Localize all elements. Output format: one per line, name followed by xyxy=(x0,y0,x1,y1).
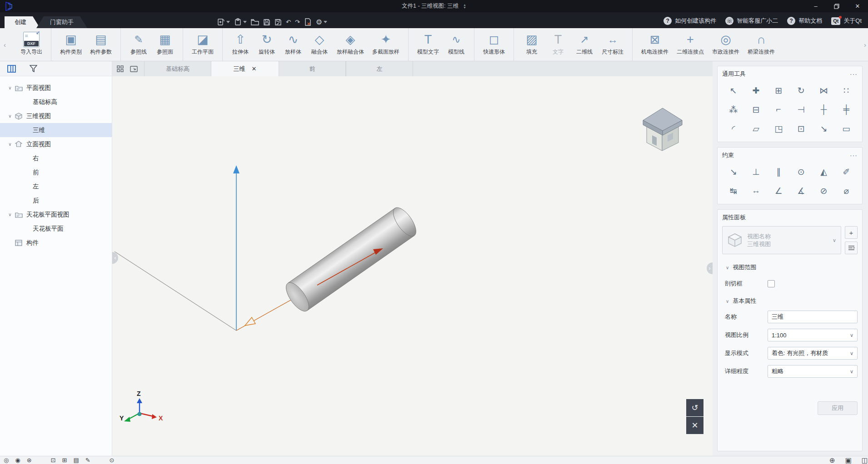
tree-item-plan-views[interactable]: ∨ 平面视图 xyxy=(0,81,112,95)
measure-tool-icon[interactable]: ▭ xyxy=(835,120,858,137)
title-spinner-icon[interactable]: ▲▼ xyxy=(463,4,466,9)
tree-item-elevation-views[interactable]: ∨ 立面视图 xyxy=(0,137,112,151)
section-box-checkbox[interactable] xyxy=(768,280,775,287)
auto-dimension-icon[interactable]: ↹ xyxy=(722,182,745,199)
tree-item-right[interactable]: 右 xyxy=(0,151,112,165)
ribbon-item-quick-shape[interactable]: ◻ 快速形体 xyxy=(479,28,509,61)
more-options-icon[interactable]: ··· xyxy=(850,70,858,78)
extend-tool-icon[interactable]: ┼ xyxy=(813,101,835,118)
tree-item-front[interactable]: 前 xyxy=(0,165,112,179)
tree-item-3d-views[interactable]: ∨ 三维视图 xyxy=(0,109,112,123)
ribbon-item-bridge-connector[interactable]: ∩ 桥梁连接件 xyxy=(743,28,779,61)
offset-copy-tool-icon[interactable]: ▱ xyxy=(745,120,768,137)
how-to-create-link[interactable]: ? 如何创建该构件 xyxy=(663,17,716,25)
aligned-dimension-icon[interactable]: ↘ xyxy=(722,163,745,180)
inset-tool-icon[interactable]: ⊡ xyxy=(790,120,813,137)
snap-icon[interactable]: ⊙ xyxy=(110,457,115,463)
tree-item-left[interactable]: 左 xyxy=(0,179,112,193)
settings-gear-button[interactable]: ⚙ xyxy=(316,19,327,26)
ribbon-scroll-left-icon[interactable]: ‹ xyxy=(4,41,6,49)
tree-item-3d[interactable]: 三维 xyxy=(0,123,112,137)
world-icon[interactable]: ⊛ xyxy=(27,457,32,463)
align-tool-icon[interactable]: ⊟ xyxy=(745,101,768,118)
chevron-down-icon[interactable]: ∨ xyxy=(6,85,14,90)
linear-dimension-icon[interactable]: ↔ xyxy=(745,182,768,199)
chevron-down-icon[interactable]: ∨ xyxy=(6,142,14,147)
reset-view-button[interactable]: ↺ xyxy=(686,399,703,416)
annotate-icon[interactable]: ✎ xyxy=(85,457,90,463)
ribbon-item-component-category[interactable]: ▣ 构件类别 xyxy=(56,28,86,61)
chevron-down-icon[interactable]: ∨ xyxy=(6,114,14,118)
ribbon-item-dimension[interactable]: ↔ 尺寸标注 xyxy=(598,28,628,61)
tab-create[interactable]: 创建 xyxy=(5,16,40,28)
ribbon-item-municipal-connector[interactable]: ◎ 市政连接件 xyxy=(708,28,743,61)
ribbon-item-model-line[interactable]: ∿ 模型线 xyxy=(443,28,469,61)
tab-door-window-assistant[interactable]: 门窗助手 xyxy=(36,16,87,28)
undo-button[interactable]: ↶ xyxy=(286,19,291,25)
cylinder-solid[interactable] xyxy=(282,204,420,315)
pin-constraint-icon[interactable]: ✐ xyxy=(835,163,858,180)
ribbon-item-multi-section-sweep[interactable]: ✦ 多截面放样 xyxy=(368,28,404,61)
detail-level-select[interactable]: 粗略 ∨ xyxy=(768,365,858,378)
ribbon-item-reference-plane[interactable]: ▦ 参照面 xyxy=(152,28,178,61)
corner-trim-tool-icon[interactable]: ◳ xyxy=(767,120,790,137)
ribbon-item-sweep[interactable]: ∿ 放样体 xyxy=(280,28,306,61)
perpendicular-constraint-icon[interactable]: ⊥ xyxy=(745,163,768,180)
close-document-button[interactable] xyxy=(304,18,312,26)
box-select-icon[interactable]: ⊡ xyxy=(51,457,56,463)
copy-tool-icon[interactable]: ⊞ xyxy=(767,82,790,99)
chevron-down-icon[interactable] xyxy=(226,21,230,23)
angle-constraint-icon[interactable]: ∠ xyxy=(767,182,790,199)
filter-icon[interactable] xyxy=(30,65,37,72)
ellipse-radius-constraint-icon[interactable]: ⌀ xyxy=(835,182,858,199)
minimize-button[interactable]: – xyxy=(805,0,826,12)
diameter-constraint-icon[interactable]: ⊘ xyxy=(813,182,835,199)
basic-properties-group-header[interactable]: ∨ 基本属性 xyxy=(726,297,858,305)
select-tool-icon[interactable]: ↖ xyxy=(722,82,745,99)
ribbon-item-fill[interactable]: ▨ 填充 xyxy=(519,28,545,61)
more-options-icon[interactable]: ··· xyxy=(850,152,858,159)
type-settings-button[interactable] xyxy=(845,242,858,254)
tree-item-component[interactable]: 构件 xyxy=(0,236,112,250)
chevron-down-icon[interactable] xyxy=(324,21,327,23)
view-tab-base-level[interactable]: 基础标高 xyxy=(144,61,211,76)
detach-view-icon[interactable] xyxy=(130,66,138,72)
view-tab-front[interactable]: 前 xyxy=(279,61,346,76)
radial-array-tool-icon[interactable]: ⁂ xyxy=(722,101,745,118)
view-range-group-header[interactable]: ∨ 视图范围 xyxy=(726,263,858,271)
ribbon-scroll-right-icon[interactable]: › xyxy=(864,41,866,49)
mirror-tool-icon[interactable]: ⋈ xyxy=(813,82,835,99)
redo-button[interactable]: ↷ xyxy=(295,19,300,25)
trim-tool-icon[interactable]: ⊣ xyxy=(790,101,813,118)
ribbon-item-text[interactable]: T 文字 xyxy=(545,28,571,61)
panel-layout-icon[interactable] xyxy=(7,65,16,73)
paste-button[interactable] xyxy=(234,18,247,26)
zoom-in-icon[interactable]: ⊕ xyxy=(829,457,835,463)
move-tool-icon[interactable]: ✚ xyxy=(745,82,768,99)
view-type-selector[interactable]: 视图名称 三维视图 ∨ xyxy=(722,226,841,254)
tile-views-icon[interactable] xyxy=(117,65,124,72)
apply-button[interactable]: 应用 xyxy=(818,401,858,415)
chevron-down-icon[interactable] xyxy=(243,21,247,23)
window-select-icon[interactable]: ⊞ xyxy=(62,457,67,463)
ribbon-item-swept-blend[interactable]: ◈ 放样融合体 xyxy=(333,28,368,61)
3d-viewport[interactable]: Y Z X ‹ › ↺ ✕ xyxy=(112,76,713,456)
view-tab-3d[interactable]: 三维 ✕ xyxy=(211,61,279,76)
view-cube-house[interactable] xyxy=(643,108,682,151)
ribbon-item-revolve[interactable]: ↻ 旋转体 xyxy=(254,28,280,61)
view-cube-icon[interactable]: ◫ xyxy=(862,457,868,463)
fillet-tool-icon[interactable]: ◜ xyxy=(722,120,745,137)
arc-angle-constraint-icon[interactable]: ∡ xyxy=(790,182,813,199)
view-scale-select[interactable]: 1:100 ∨ xyxy=(768,329,858,341)
filter-select-icon[interactable]: ▤ xyxy=(73,457,79,463)
ribbon-item-component-parameters[interactable]: ▤ 构件参数 xyxy=(86,28,116,61)
about-qt-link[interactable]: Qt 关于Qt xyxy=(831,17,862,25)
new-file-button[interactable] xyxy=(217,18,230,26)
visibility-icon[interactable]: ◎ xyxy=(4,457,9,463)
open-file-button[interactable] xyxy=(251,19,259,26)
tree-item-base-level[interactable]: 基础标高 xyxy=(0,95,112,109)
scale-tool-icon[interactable]: ↘ xyxy=(813,120,835,137)
ribbon-item-model-text[interactable]: T 模型文字 xyxy=(413,28,443,61)
name-input[interactable] xyxy=(768,311,858,323)
smart-service-link[interactable]: ☏ 智能客服广小二 xyxy=(725,17,778,25)
